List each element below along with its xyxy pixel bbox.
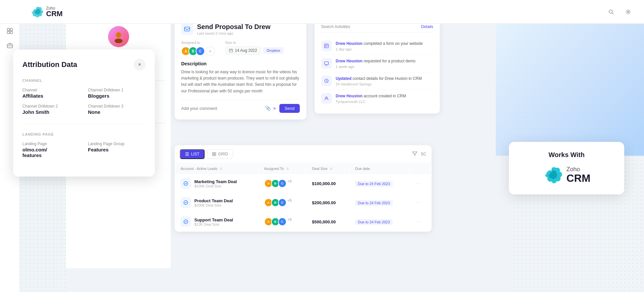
deal-icon-3 [181,216,191,227]
attr-channel-drilldown2: Channel Drilldown 2 John Smith [22,104,80,115]
filter-icon[interactable] [412,151,417,157]
activity-user-link-4[interactable]: Drew Houston [336,94,362,98]
logo-text: Zoho CRM [46,6,63,17]
deal-more-2: +5 [288,198,292,207]
search-icon[interactable] [606,7,616,17]
col-account: Account - Active Leads ⇅ [175,164,258,174]
sort-icon-deal-size[interactable]: ⇅ [330,167,332,171]
deal-avatar-1c: C [278,179,287,188]
deal-more-3: +5 [288,217,292,226]
deal-assigned-1: A B C +5 [259,174,306,193]
task-last-saved: Last saved 2 mins ago [197,31,270,35]
svg-point-12 [116,32,121,38]
attribution-channel-grid: Channel Affiliates Channel Drilldown 1 B… [22,88,146,115]
activity-item-4: Drew Houston account created in CRM Tyri… [321,90,433,107]
svg-rect-3 [7,28,10,31]
send-arrow-icon[interactable]: ➤ [273,106,277,111]
zoho-logo-icon [30,5,43,18]
works-with-logo-icon [543,165,563,185]
deals-tbody: Marketing Team Deal $100K Deal Size A B … [175,174,431,231]
task-assignee-3: C [196,47,205,56]
activity-time-2: 1 week ago [336,65,433,69]
deal-assigned-2: A B C +5 [259,193,306,212]
deal-assigned-3: A B C +5 [259,212,306,231]
task-due-date: 14 Aug 2022 [225,47,261,54]
task-due-label: Due to [225,41,284,45]
task-description-title: Description [181,61,300,66]
sort-icon-assigned[interactable]: ⇅ [286,167,289,171]
deals-toolbar: LIST GRID SC [175,145,432,163]
svg-rect-6 [10,31,13,34]
deal-info-3: Support Team Deal $12K Deal Size [194,217,233,226]
svg-line-10 [612,13,613,14]
activity-demo-icon [321,58,332,69]
attribution-landing-grid: Landing Page olmo.com/ features Landing … [22,142,146,158]
top-nav: Zoho CRM [0,0,644,24]
activity-text-2: Drew Houston requested for a product dem… [336,58,433,64]
channel-section-label: CHANNEL [22,79,146,82]
activity-content-1: Drew Houston completed a form on your we… [336,41,433,51]
deal-amount-3: $500,000.00 [307,212,349,231]
sidebar-briefcase-icon[interactable] [4,40,16,51]
settings-icon[interactable] [623,7,633,17]
works-with-title: Works With [518,151,615,159]
channel-drilldown2-value: John Smith [22,109,80,115]
channel-value: Affiliates [22,93,80,99]
close-button[interactable]: × [134,59,146,71]
activity-update-icon [321,76,332,86]
svg-rect-22 [212,152,214,154]
works-with-crm-text: CRM [567,173,591,184]
landing-page-group-label: Landing Page Group [88,142,146,146]
attribution-header: Attribution Data × [22,59,146,71]
activity-text-3: Updated contact details for Drew Huston … [336,76,433,81]
deal-menu-2[interactable]: ··· [410,193,431,212]
deal-avatar-3c: C [278,217,287,226]
attribution-overlay: Attribution Data × CHANNEL Channel Affil… [13,49,155,177]
landing-page-value: olmo.com/ features [22,147,80,158]
svg-rect-33 [324,62,328,65]
activity-account-icon [321,93,332,104]
sidebar-dashboard-icon[interactable] [4,25,16,37]
svg-rect-5 [7,31,10,34]
col-actions [410,164,431,174]
activity-user-link-3[interactable]: Updated [336,76,351,81]
table-row: Marketing Team Deal $100K Deal Size A B … [175,174,431,193]
channel-drilldown3-label: Channel Drilldown 3 [88,104,146,109]
activity-form-icon [321,41,332,51]
deal-menu-1[interactable]: ··· [410,174,431,193]
activity-text-4: Drew Houston account created in CRM [336,93,433,99]
list-view-button[interactable]: LIST [180,149,205,159]
details-link[interactable]: Details [421,24,433,29]
attachment-icon[interactable]: 📎 [265,106,271,111]
deal-menu-3[interactable]: ··· [410,212,431,231]
attr-channel-drilldown3: Channel Drilldown 3 None [88,104,146,115]
sort-icon-account[interactable]: ⇅ [220,167,222,171]
svg-rect-24 [212,154,214,156]
search-activities-label: Search Activities [321,24,350,29]
filter-label: SC [421,152,426,156]
task-email-icon [181,23,193,35]
activity-user-link-2[interactable]: Drew Houston [336,59,362,63]
nav-logo: Zoho CRM [30,5,63,18]
activity-user-link-1[interactable]: Drew Houston [336,41,362,46]
blue-gradient-area [496,24,644,156]
task-title-group: Send Proposal To Drew Last saved 2 mins … [197,23,270,35]
grid-view-button[interactable]: GRID [207,149,233,159]
task-add-assignee-btn[interactable]: + [206,47,215,56]
task-description-text: Drew is looking for an easy way to licen… [181,69,300,94]
deals-thead: Account - Active Leads ⇅ Assigned To ⇅ D… [175,164,431,174]
deal-amount-1: $100,000.00 [307,174,349,193]
deal-name-cell-1: Marketing Team Deal $100K Deal Size [175,174,258,193]
activity-item-2: Drew Houston requested for a product dem… [321,55,433,72]
task-assigned-section: Assigned to A B C + [181,41,215,56]
col-deal-size: Deal Size ⇅ [307,164,349,174]
deal-name-cell-2: Product Team Deal $200K Deal Size [175,193,258,212]
task-assigned-label: Assigned to [181,41,215,45]
activity-content-4: Drew Houston account created in CRM Tyri… [336,93,433,104]
task-due-section: Due to 14 Aug 2022 Dropbox [225,41,284,56]
comment-input[interactable] [181,106,263,111]
channel-label: Channel [22,88,80,92]
task-tag: Dropbox [263,47,284,54]
send-button[interactable]: Send [279,104,300,113]
channel-drilldown3-value: None [88,109,146,115]
